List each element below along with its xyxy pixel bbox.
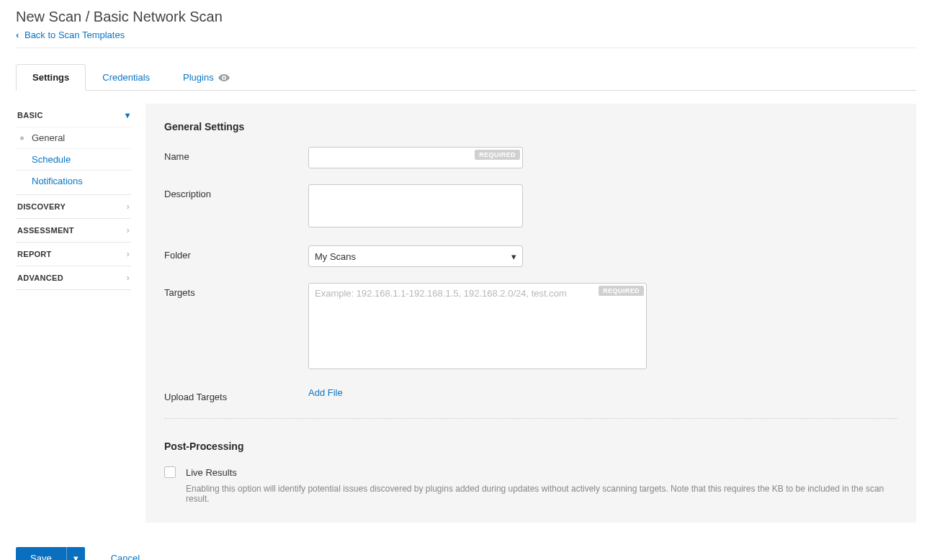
sidebar-section-discovery-label: DISCOVERY [17,202,66,211]
chevron-right-icon: › [127,273,130,283]
tabs: Settings Credentials Plugins [16,64,916,91]
required-badge: REQUIRED [475,150,520,160]
section-general-title: General Settings [164,121,897,132]
sidebar: BASIC ▾ General Schedule Notifications D… [16,104,131,523]
cancel-link[interactable]: Cancel [111,553,140,561]
sidebar-section-assessment-label: ASSESSMENT [17,226,74,235]
required-badge: REQUIRED [599,286,644,296]
add-file-link[interactable]: Add File [308,387,343,398]
caret-down-icon: ▾ [73,553,79,561]
caret-down-icon: ▾ [511,251,516,262]
label-name: Name [164,147,308,168]
sidebar-section-report-label: REPORT [17,250,52,258]
sidebar-section-basic[interactable]: BASIC ▾ [16,104,131,127]
back-link-label: Back to Scan Templates [24,30,125,40]
sidebar-item-schedule[interactable]: Schedule [16,148,131,170]
sidebar-item-notifications[interactable]: Notifications [16,170,131,191]
sidebar-section-basic-label: BASIC [17,111,43,119]
tab-plugins-label: Plugins [183,72,214,83]
folder-select[interactable]: My Scans ▾ [308,245,523,267]
form-panel: General Settings Name REQUIRED Descripti… [145,104,916,523]
chevron-right-icon: › [127,202,130,212]
back-link[interactable]: ‹ Back to Scan Templates [16,30,125,40]
chevron-left-icon: ‹ [16,30,19,40]
label-folder: Folder [164,245,308,267]
divider [164,418,897,419]
chevron-down-icon: ▾ [125,110,130,120]
tab-plugins[interactable]: Plugins [166,64,246,90]
save-dropdown-button[interactable]: ▾ [66,547,85,560]
targets-input[interactable] [308,283,647,369]
tab-credentials[interactable]: Credentials [86,64,166,90]
sidebar-section-advanced[interactable]: ADVANCED › [16,266,131,289]
label-description: Description [164,184,308,230]
live-results-checkbox[interactable] [164,466,176,478]
folder-select-value: My Scans [315,251,356,262]
sidebar-section-discovery[interactable]: DISCOVERY › [16,195,131,218]
label-targets: Targets [164,283,308,371]
eye-icon [218,74,230,81]
sidebar-item-general[interactable]: General [16,127,131,148]
save-button[interactable]: Save [16,547,66,560]
page-title: New Scan / Basic Network Scan [16,9,916,25]
chevron-right-icon: › [127,249,130,259]
live-results-help: Enabling this option will identify poten… [186,484,897,504]
tab-settings[interactable]: Settings [16,64,86,91]
description-input[interactable] [308,184,523,227]
label-upload-targets: Upload Targets [164,387,308,402]
sidebar-section-assessment[interactable]: ASSESSMENT › [16,219,131,242]
chevron-right-icon: › [127,225,130,235]
sidebar-section-advanced-label: ADVANCED [17,274,63,282]
sidebar-section-report[interactable]: REPORT › [16,243,131,266]
section-post-title: Post-Processing [164,441,897,452]
live-results-label: Live Results [186,467,237,478]
